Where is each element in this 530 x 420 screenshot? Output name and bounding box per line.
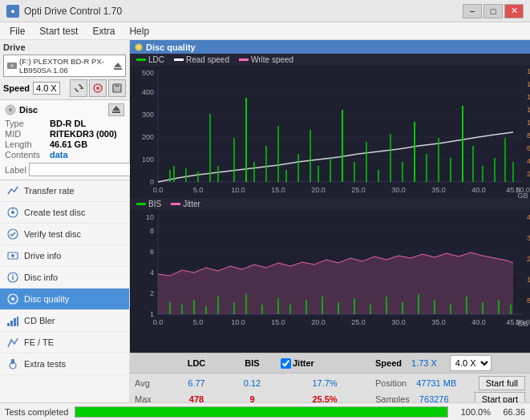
length-label: Length (5, 139, 47, 149)
legend-jitter: Jitter (171, 200, 200, 208)
svg-text:200: 200 (142, 133, 154, 141)
avg-bis: 0.12 (230, 378, 274, 388)
drive-disc-icon (6, 60, 18, 71)
svg-text:40.0: 40.0 (471, 318, 486, 326)
svg-text:GB: GB (517, 320, 528, 326)
sidebar-item-disc-info[interactable]: Disc info (0, 267, 129, 289)
svg-rect-8 (115, 84, 119, 87)
sidebar-item-verify-test-disc[interactable]: Verify test disc (0, 224, 129, 245)
drive-text: (F:) PLEXTOR BD-R PX-LB950SA 1.06 (19, 57, 111, 75)
svg-point-6 (96, 87, 99, 90)
svg-text:14X: 14X (527, 93, 530, 101)
sidebar-item-drive-info[interactable]: Drive info (0, 245, 129, 267)
svg-text:6: 6 (150, 248, 154, 256)
svg-text:GB: GB (517, 192, 528, 198)
svg-text:2: 2 (150, 289, 154, 297)
length-value: 46.61 GB (50, 139, 124, 149)
title-bar: ● Opti Drive Control 1.70 − □ ✕ (0, 0, 530, 22)
svg-marker-4 (80, 87, 83, 89)
avg-ldc: 6.77 (169, 378, 224, 388)
svg-text:10.0: 10.0 (231, 186, 245, 194)
jitter-checkbox-container: Jitter (281, 358, 369, 369)
menu-help[interactable]: Help (123, 24, 156, 38)
svg-text:8%: 8% (527, 297, 530, 305)
progress-bar-fill (75, 407, 447, 417)
legend-write-speed: Write speed (239, 55, 293, 64)
status-text: Tests completed (5, 407, 68, 417)
disc-eject-button[interactable] (108, 103, 124, 116)
stats-ldc-header: LDC (169, 358, 224, 368)
maximize-button[interactable]: □ (483, 4, 503, 18)
type-label: Type (5, 119, 47, 128)
eject-icon (111, 105, 121, 115)
status-right-value: 66.36 (497, 407, 525, 417)
menu-extra[interactable]: Extra (86, 24, 121, 38)
svg-text:16X: 16X (527, 80, 530, 88)
svg-text:10: 10 (146, 213, 154, 221)
menu-bar: File Start test Extra Help (0, 22, 530, 40)
speed-header: Speed (375, 358, 402, 368)
svg-point-15 (11, 211, 14, 214)
svg-text:25.0: 25.0 (351, 318, 366, 326)
sidebar-item-disc-quality[interactable]: Disc quality (0, 289, 129, 310)
sidebar-item-create-test-disc[interactable]: Create test disc (0, 202, 129, 224)
chart-header-icon: ◉ (135, 42, 143, 52)
drive-eject-icon (113, 61, 123, 71)
svg-text:300: 300 (142, 111, 154, 119)
svg-text:10X: 10X (527, 119, 530, 127)
label-input[interactable] (29, 163, 144, 176)
svg-text:40.0: 40.0 (471, 186, 486, 194)
speed-label: Speed (3, 83, 30, 93)
mid-label: MID (5, 129, 47, 139)
cd-bler-icon (6, 314, 19, 327)
start-full-button[interactable]: Start full (479, 376, 525, 390)
svg-text:10.0: 10.0 (231, 318, 245, 326)
avg-jitter: 17.7% (281, 378, 369, 388)
sidebar-item-transfer-rate[interactable]: Transfer rate (0, 180, 129, 202)
svg-point-24 (11, 297, 14, 301)
jitter-header: Jitter (293, 358, 314, 368)
svg-text:30.0: 30.0 (391, 318, 406, 326)
svg-text:16%: 16% (527, 276, 530, 284)
svg-text:20.0: 20.0 (311, 318, 326, 326)
svg-point-11 (9, 108, 12, 111)
svg-text:35.0: 35.0 (431, 318, 446, 326)
svg-rect-28 (17, 317, 18, 326)
svg-text:12X: 12X (527, 106, 530, 114)
transfer-rate-icon (6, 184, 19, 197)
contents-value: data (50, 150, 124, 160)
sidebar-item-cd-bler[interactable]: CD Bler (0, 310, 129, 332)
svg-text:30.0: 30.0 (391, 186, 406, 194)
speed-refresh-button[interactable] (70, 79, 87, 97)
stats-bis-header: BIS (230, 358, 274, 368)
label-field-label: Label (5, 165, 26, 175)
sidebar-nav: Transfer rate Create test disc Verify te… (0, 180, 129, 403)
svg-text:25.0: 25.0 (351, 186, 366, 194)
bis-legend-color (136, 203, 146, 205)
svg-text:40%: 40% (527, 213, 530, 221)
svg-text:8X: 8X (527, 131, 530, 139)
close-button[interactable]: ✕ (504, 4, 524, 18)
legend-read-speed: Read speed (174, 55, 229, 64)
menu-start-test[interactable]: Start test (33, 24, 84, 38)
disc-icon-button[interactable] (89, 79, 107, 97)
menu-file[interactable]: File (3, 24, 31, 38)
minimize-button[interactable]: − (463, 4, 482, 18)
svg-text:35.0: 35.0 (431, 186, 446, 194)
svg-marker-12 (112, 106, 120, 111)
svg-text:2X: 2X (527, 170, 530, 178)
sidebar-item-fe-te[interactable]: FE / TE (0, 332, 129, 353)
jitter-checkbox[interactable] (281, 358, 291, 369)
svg-text:0.0: 0.0 (153, 186, 164, 194)
app-icon: ● (6, 5, 19, 18)
sidebar-item-extra-tests[interactable]: Extra tests (0, 353, 129, 375)
drive-info-icon (6, 249, 19, 262)
save-button[interactable] (108, 79, 126, 97)
svg-rect-13 (112, 111, 120, 113)
svg-text:100: 100 (142, 155, 154, 164)
svg-text:400: 400 (142, 88, 154, 96)
drive-label: Drive (3, 42, 26, 52)
avg-label: Avg (135, 378, 163, 388)
speed-dropdown[interactable]: 4.0 X (450, 355, 492, 371)
status-bar: Tests completed 100.0% 66.36 (0, 402, 530, 420)
